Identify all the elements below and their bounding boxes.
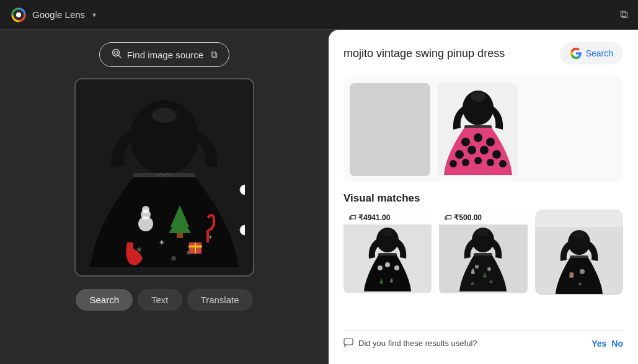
svg-point-24 [240, 225, 245, 235]
svg-point-53 [475, 265, 479, 269]
svg-text:✦: ✦ [208, 234, 213, 241]
svg-point-30 [486, 138, 495, 146]
svg-point-41 [382, 229, 393, 236]
matched-image[interactable] [438, 83, 518, 176]
tab-translate[interactable]: Translate [187, 289, 253, 311]
svg-text:❄: ❄ [578, 282, 582, 287]
svg-point-32 [467, 146, 476, 154]
search-btn-label: Search [586, 48, 613, 58]
feedback-icon [343, 337, 353, 349]
price-tag-icon-2: 🏷 [444, 213, 451, 222]
match-img-1: 🎄 ⛄ [343, 224, 432, 293]
price-badge-3 [535, 210, 623, 227]
svg-text:❄: ❄ [489, 280, 493, 284]
svg-point-54 [487, 267, 491, 271]
result-header: mojito vintage swing pinup dress Search [343, 42, 623, 64]
svg-point-29 [474, 133, 482, 142]
svg-text:❄: ❄ [136, 246, 141, 253]
find-external-icon: ⧉ [211, 49, 218, 60]
topbar: Google Lens ▾ ⧉ [0, 0, 638, 30]
google-lens-logo-btn[interactable]: Google Lens ▾ [10, 6, 96, 24]
external-link-icon[interactable]: ⧉ [620, 8, 628, 21]
price-badge-2: 🏷 ₹500.00 [439, 210, 527, 224]
svg-rect-63 [344, 339, 353, 345]
uploaded-image-container: ✦ ❄ ❄ ✦ ❄ [74, 78, 254, 277]
price-2: ₹500.00 [454, 213, 482, 222]
matches-row: 🏷 ₹4941.00 [343, 210, 623, 295]
tab-text[interactable]: Text [138, 289, 182, 311]
search-lens-icon [111, 48, 122, 61]
svg-point-33 [480, 146, 489, 154]
match-card-2[interactable]: 🏷 ₹500.00 ⛄ 🎄 [439, 210, 527, 295]
dress-svg: ✦ ❄ ❄ ✦ ❄ [84, 81, 245, 273]
svg-text:⛄: ⛄ [469, 267, 477, 275]
svg-point-38 [487, 159, 494, 166]
feedback-text: Did you find these results useful? [358, 339, 587, 348]
svg-rect-13 [177, 233, 183, 238]
svg-point-1 [16, 12, 21, 17]
svg-point-34 [492, 150, 501, 159]
visual-matches-title: Visual matches [343, 192, 623, 205]
svg-text:🎄: 🎄 [378, 278, 384, 285]
svg-point-36 [462, 159, 469, 166]
price-1: ₹4941.00 [358, 213, 390, 222]
match-card-3[interactable]: 🎅 ❄ [535, 210, 623, 295]
svg-text:🎅: 🎅 [568, 271, 575, 278]
svg-point-39 [499, 160, 507, 167]
svg-point-49 [477, 229, 489, 236]
svg-point-10 [142, 206, 149, 213]
google-g-icon [570, 47, 582, 60]
svg-point-23 [240, 185, 245, 195]
svg-point-28 [461, 138, 470, 146]
svg-point-37 [474, 157, 482, 164]
svg-text:✦: ✦ [158, 237, 166, 247]
original-image-thumbnail [350, 83, 430, 176]
topbar-title: Google Lens [32, 9, 85, 20]
feedback-yes-button[interactable]: Yes [591, 339, 606, 348]
svg-point-4 [114, 51, 117, 55]
svg-point-6 [152, 108, 177, 123]
find-image-source-label: Find image source [127, 50, 203, 60]
svg-point-44 [385, 262, 390, 267]
svg-point-61 [580, 269, 585, 274]
feedback-bar: Did you find these results useful? Yes N… [343, 331, 623, 352]
visual-matches-section: Visual matches 🏷 ₹4941.00 [343, 192, 623, 295]
find-image-source-button[interactable]: Find image source ⧉ [99, 42, 229, 67]
google-lens-icon [10, 6, 27, 24]
right-panel: mojito vintage swing pinup dress Search [329, 30, 638, 364]
bottom-tabs: Search Text Translate [76, 289, 252, 311]
svg-line-3 [118, 55, 121, 58]
svg-point-35 [450, 160, 457, 167]
main-area: Find image source ⧉ [0, 30, 638, 364]
match-img-2: ⛄ 🎄 ❄ ❄ [439, 224, 527, 293]
chevron-down-icon: ▾ [92, 11, 96, 19]
match-img-3: 🎅 ❄ [535, 227, 623, 295]
feedback-no-button[interactable]: No [611, 339, 623, 348]
svg-point-26 [471, 92, 485, 102]
svg-text:❄: ❄ [171, 254, 177, 263]
svg-point-31 [455, 150, 464, 159]
google-search-button[interactable]: Search [560, 42, 623, 64]
left-panel: Find image source ⧉ [0, 30, 329, 364]
pink-dress-svg [441, 83, 515, 176]
svg-text:⛄: ⛄ [389, 277, 394, 283]
svg-point-58 [574, 231, 585, 239]
price-tag-icon-1: 🏷 [348, 213, 356, 222]
price-badge-1: 🏷 ₹4941.00 [343, 210, 432, 224]
svg-text:🎄: 🎄 [482, 272, 488, 278]
tab-search[interactable]: Search [76, 289, 133, 311]
svg-text:❄: ❄ [471, 282, 474, 286]
svg-point-43 [378, 265, 383, 270]
image-comparison-row [343, 77, 623, 182]
match-card-1[interactable]: 🏷 ₹4941.00 [343, 210, 432, 295]
svg-point-45 [394, 265, 399, 270]
result-title: mojito vintage swing pinup dress [343, 47, 505, 60]
